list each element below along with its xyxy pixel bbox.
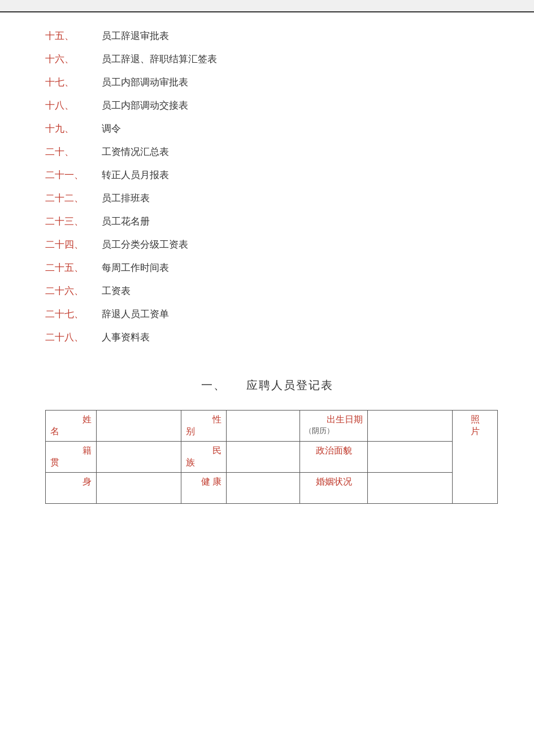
list-item-number: 二十三、 [45,215,90,228]
list-item-number: 十八、 [45,99,90,112]
ethnicity-value-cell [227,442,300,473]
gender-label-bottom: 别 [186,426,195,438]
name-label-cell: 姓 名 [46,411,97,442]
birthdate-sublabel: （阴历） [305,426,363,436]
ethnicity-label-cell: 民 族 [181,442,227,473]
table-row: 姓 名 性 别 出生日期 （阴历） [46,411,498,442]
political-label: 政治面貌 [305,445,363,457]
gender-value-cell [227,411,300,442]
list-item: 二十七、辞退人员工资单 [45,308,489,321]
list-item-number: 二十二、 [45,192,90,205]
list-item: 二十八、人事资料表 [45,331,489,344]
name-value-cell [97,411,181,442]
list-item-title: 每周工作时间表 [90,261,169,274]
list-item-number: 十九、 [45,122,90,135]
list-item: 二十四、员工分类分级工资表 [45,238,489,251]
hometown-label-cell: 籍 贯 [46,442,97,473]
table-section: 姓 名 性 别 出生日期 （阴历） [45,410,489,504]
list-item: 十八、员工内部调动交接表 [45,99,489,112]
political-label-cell: 政治面貌 [300,442,368,473]
birthdate-value-cell [368,411,453,442]
body-value-cell [97,473,181,504]
photo-sublabel: 片 [457,426,493,438]
list-item-title: 工资表 [90,284,131,297]
list-item: 十七、员工内部调动审批表 [45,76,489,89]
section-title-gap [228,379,244,391]
hometown-label-bottom: 贯 [50,457,59,469]
list-item: 十九、调令 [45,122,489,135]
list-item: 二十一、转正人员月报表 [45,169,489,182]
list-item: 十五、员工辞退审批表 [45,29,489,42]
health-label-cell: 健 康 [181,473,227,504]
list-item-number: 二十七、 [45,308,90,321]
ethnicity-label-bottom: 族 [186,457,195,469]
list-item-title: 调令 [90,122,121,135]
hometown-label-top: 籍 [83,445,92,457]
table-row: 身 健 康 婚姻状况 [46,473,498,504]
list-item-title: 员工内部调动审批表 [90,76,188,89]
marriage-label: 婚姻状况 [305,476,363,488]
list-item-title: 员工辞退审批表 [90,29,169,42]
list-item: 十六、员工辞退、辞职结算汇签表 [45,53,489,66]
gender-label-cell: 性 别 [181,411,227,442]
list-item-title: 员工分类分级工资表 [90,238,188,251]
list-item-title: 员工辞退、辞职结算汇签表 [90,53,217,66]
list-item-title: 工资情况汇总表 [90,145,169,158]
list-item-title: 辞退人员工资单 [90,308,169,321]
page: 十五、员工辞退审批表十六、员工辞退、辞职结算汇签表十七、员工内部调动审批表十八、… [0,11,534,756]
marriage-label-cell: 婚姻状况 [300,473,368,504]
gender-label-top: 性 [212,414,222,426]
list-item-number: 十七、 [45,76,90,89]
list-section: 十五、员工辞退审批表十六、员工辞退、辞职结算汇签表十七、员工内部调动审批表十八、… [45,29,489,344]
ethnicity-label-top: 民 [212,445,222,457]
list-item-title: 人事资料表 [90,331,150,344]
section-number: 一、 [201,379,226,391]
form-table: 姓 名 性 别 出生日期 （阴历） [45,410,498,504]
list-item-number: 十六、 [45,53,90,66]
list-item-number: 二十、 [45,145,90,158]
name-label-top: 姓 [83,414,92,426]
body-label-cell: 身 [46,473,97,504]
list-item-title: 员工花名册 [90,215,150,228]
list-item: 二十五、每周工作时间表 [45,261,489,274]
political-value-cell [368,442,453,473]
name-label-bottom: 名 [50,426,59,438]
list-item: 二十三、员工花名册 [45,215,489,228]
photo-label-cell: 照 片 [453,411,498,504]
list-item: 二十六、工资表 [45,284,489,297]
hometown-value-cell [97,442,181,473]
list-item-title: 员工排班表 [90,192,150,205]
list-item-number: 二十八、 [45,331,90,344]
birthdate-label-cell: 出生日期 （阴历） [300,411,368,442]
content-area: 十五、员工辞退审批表十六、员工辞退、辞职结算汇签表十七、员工内部调动审批表十八、… [0,12,534,521]
list-item-number: 二十五、 [45,261,90,274]
table-row: 籍 贯 民 族 政治面貌 [46,442,498,473]
section-title-name: 应聘人员登记表 [246,379,333,391]
list-item-title: 员工内部调动交接表 [90,99,188,112]
birthdate-label: 出生日期 [305,414,363,426]
marriage-value-cell [368,473,453,504]
photo-label: 照 [457,414,493,426]
list-item-number: 二十六、 [45,284,90,297]
health-label: 健 康 [186,476,222,488]
section-title-area: 一、 应聘人员登记表 [45,378,489,393]
list-item-number: 二十一、 [45,169,90,182]
list-item-title: 转正人员月报表 [90,169,169,182]
list-item: 二十、工资情况汇总表 [45,145,489,158]
list-item-number: 十五、 [45,29,90,42]
list-item: 二十二、员工排班表 [45,192,489,205]
health-value-cell [227,473,300,504]
body-label-top: 身 [83,476,92,488]
list-item-number: 二十四、 [45,238,90,251]
